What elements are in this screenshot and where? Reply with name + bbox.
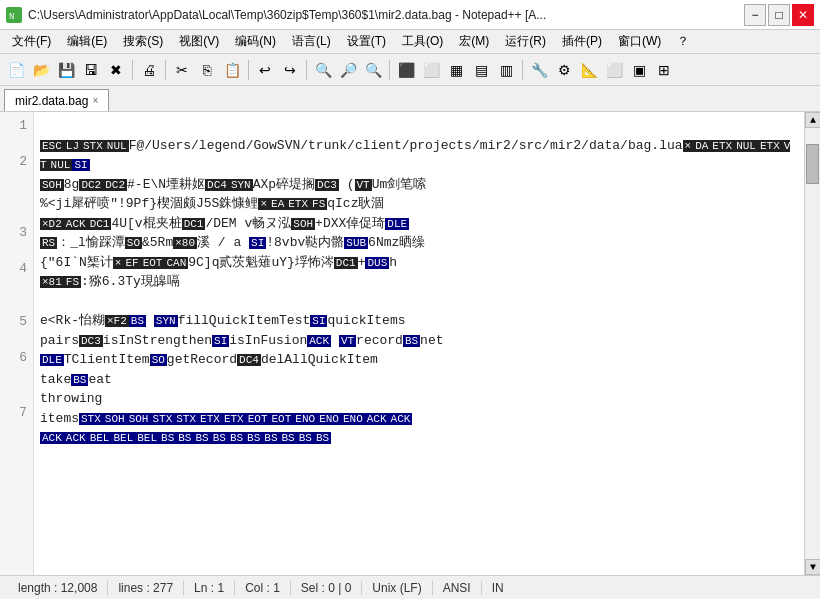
toolbar-b7[interactable]: ⚙ bbox=[552, 58, 576, 82]
toolbar-zoom-in[interactable]: 🔎 bbox=[336, 58, 360, 82]
line-6: itemsSTXSOHSOHSTXSTXETXETXEOTEOTENOENOEN… bbox=[40, 411, 412, 446]
vertical-scrollbar[interactable]: ▲ ▼ bbox=[804, 112, 820, 575]
menu-file[interactable]: 文件(F) bbox=[4, 31, 59, 52]
toolbar-b11[interactable]: ⊞ bbox=[652, 58, 676, 82]
toolbar-paste[interactable]: 📋 bbox=[220, 58, 244, 82]
toolbar-sep-6 bbox=[522, 60, 523, 80]
menu-encoding[interactable]: 编码(N) bbox=[227, 31, 284, 52]
tab-label: mir2.data.bag bbox=[15, 94, 88, 108]
maximize-button[interactable]: □ bbox=[768, 4, 790, 26]
toolbar-b1[interactable]: ⬛ bbox=[394, 58, 418, 82]
status-col: Col : 1 bbox=[235, 581, 291, 595]
toolbar-copy[interactable]: ⎘ bbox=[195, 58, 219, 82]
tab-close-icon[interactable]: × bbox=[92, 95, 98, 106]
line-number-5: 5 bbox=[6, 312, 27, 332]
toolbar-b2[interactable]: ⬜ bbox=[419, 58, 443, 82]
toolbar-open[interactable]: 📂 bbox=[29, 58, 53, 82]
toolbar-undo[interactable]: ↩ bbox=[253, 58, 277, 82]
menu-plugins[interactable]: 插件(P) bbox=[554, 31, 610, 52]
menu-bar: 文件(F) 编辑(E) 搜索(S) 视图(V) 编码(N) 语言(L) 设置(T… bbox=[0, 30, 820, 54]
line-numbers: 1 2 3 4 5 6 7 bbox=[0, 112, 34, 575]
svg-text:N: N bbox=[9, 12, 14, 21]
toolbar-close[interactable]: ✖ bbox=[104, 58, 128, 82]
line-1: ESCLJSTXNULF@/Users/legend/GowSVN/trunk/… bbox=[40, 138, 790, 290]
editor-text[interactable]: ESCLJSTXNULF@/Users/legend/GowSVN/trunk/… bbox=[34, 112, 804, 575]
tab-file[interactable]: mir2.data.bag × bbox=[4, 89, 109, 111]
status-bar: length : 12,008 lines : 277 Ln : 1 Col :… bbox=[0, 575, 820, 599]
line-number-4: 4 bbox=[6, 259, 27, 279]
tab-bar: mir2.data.bag × bbox=[0, 86, 820, 112]
menu-edit[interactable]: 编辑(E) bbox=[59, 31, 115, 52]
toolbar-sep-1 bbox=[132, 60, 133, 80]
toolbar-b4[interactable]: ▤ bbox=[469, 58, 493, 82]
menu-search[interactable]: 搜索(S) bbox=[115, 31, 171, 52]
menu-macro[interactable]: 宏(M) bbox=[451, 31, 497, 52]
line-number-2: 2 bbox=[6, 152, 27, 172]
toolbar-sep-5 bbox=[389, 60, 390, 80]
scroll-thumb[interactable] bbox=[806, 144, 819, 184]
menu-tools[interactable]: 工具(O) bbox=[394, 31, 451, 52]
menu-help[interactable]: ？ bbox=[669, 31, 697, 52]
scroll-down-arrow[interactable]: ▼ bbox=[805, 559, 820, 575]
status-encoding: ANSI bbox=[433, 581, 482, 595]
menu-view[interactable]: 视图(V) bbox=[171, 31, 227, 52]
line-number-6: 6 bbox=[6, 348, 27, 368]
toolbar-cut[interactable]: ✂ bbox=[170, 58, 194, 82]
title-bar-left: N C:\Users\Administrator\AppData\Local\T… bbox=[6, 7, 546, 23]
toolbar-b6[interactable]: 🔧 bbox=[527, 58, 551, 82]
toolbar-b9[interactable]: ⬜ bbox=[602, 58, 626, 82]
line-number-3: 3 bbox=[6, 223, 27, 243]
toolbar-redo[interactable]: ↪ bbox=[278, 58, 302, 82]
toolbar-sep-4 bbox=[306, 60, 307, 80]
toolbar-b10[interactable]: ▣ bbox=[627, 58, 651, 82]
window-controls: − □ ✕ bbox=[744, 4, 814, 26]
toolbar-save[interactable]: 💾 bbox=[54, 58, 78, 82]
menu-language[interactable]: 语言(L) bbox=[284, 31, 339, 52]
line-4: pairsDC3isInStrengthenSIisInFusionACK VT… bbox=[40, 333, 444, 387]
window-title: C:\Users\Administrator\AppData\Local\Tem… bbox=[28, 8, 546, 22]
scroll-up-arrow[interactable]: ▲ bbox=[805, 112, 820, 128]
line-number-1: 1 bbox=[6, 116, 27, 136]
minimize-button[interactable]: − bbox=[744, 4, 766, 26]
title-bar: N C:\Users\Administrator\AppData\Local\T… bbox=[0, 0, 820, 30]
status-length: length : 12,008 bbox=[8, 581, 108, 595]
toolbar-zoom-out[interactable]: 🔍 bbox=[361, 58, 385, 82]
toolbar-b8[interactable]: 📐 bbox=[577, 58, 601, 82]
status-lines: lines : 277 bbox=[108, 581, 184, 595]
scroll-track[interactable] bbox=[805, 128, 820, 559]
status-ins: IN bbox=[482, 581, 514, 595]
menu-run[interactable]: 运行(R) bbox=[497, 31, 554, 52]
line-number-7: 7 bbox=[6, 403, 27, 423]
toolbar-b5[interactable]: ▥ bbox=[494, 58, 518, 82]
toolbar-sep-3 bbox=[248, 60, 249, 80]
toolbar: 📄 📂 💾 🖫 ✖ 🖨 ✂ ⎘ 📋 ↩ ↪ 🔍 🔎 🔍 ⬛ ⬜ ▦ ▤ ▥ 🔧 … bbox=[0, 54, 820, 86]
toolbar-sep-2 bbox=[165, 60, 166, 80]
toolbar-save-all[interactable]: 🖫 bbox=[79, 58, 103, 82]
menu-window[interactable]: 窗口(W) bbox=[610, 31, 669, 52]
toolbar-find[interactable]: 🔍 bbox=[311, 58, 335, 82]
status-line-ending: Unix (LF) bbox=[362, 581, 432, 595]
app-icon: N bbox=[6, 7, 22, 23]
line-3: e<Rk-怡糊×F2BS SYNfillQuickItemTestSIquick… bbox=[40, 313, 406, 328]
toolbar-b3[interactable]: ▦ bbox=[444, 58, 468, 82]
line-5: throwing bbox=[40, 391, 102, 406]
menu-settings[interactable]: 设置(T) bbox=[339, 31, 394, 52]
toolbar-new[interactable]: 📄 bbox=[4, 58, 28, 82]
editor-container: 1 2 3 4 5 6 7 ESCLJSTXNULF@/Users/legend… bbox=[0, 112, 820, 575]
status-ln: Ln : 1 bbox=[184, 581, 235, 595]
close-button[interactable]: ✕ bbox=[792, 4, 814, 26]
status-sel: Sel : 0 | 0 bbox=[291, 581, 362, 595]
toolbar-print[interactable]: 🖨 bbox=[137, 58, 161, 82]
